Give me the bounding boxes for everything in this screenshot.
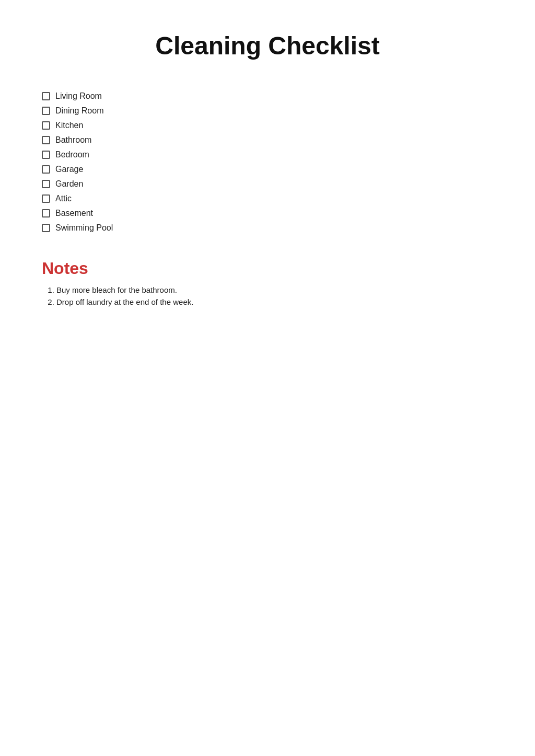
checklist-label-basement: Basement: [55, 209, 93, 218]
checkbox-basement[interactable]: [42, 209, 50, 217]
checklist-item-swimming-pool[interactable]: Swimming Pool: [42, 223, 493, 233]
checklist-item-garden[interactable]: Garden: [42, 179, 493, 189]
checklist-item-garage[interactable]: Garage: [42, 165, 493, 174]
notes-list: Buy more bleach for the bathroom.Drop of…: [42, 285, 493, 306]
checklist-label-swimming-pool: Swimming Pool: [55, 223, 113, 233]
notes-title: Notes: [42, 259, 493, 278]
checklist-label-garage: Garage: [55, 165, 83, 174]
checkbox-dining-room[interactable]: [42, 107, 50, 115]
page-title: Cleaning Checklist: [42, 31, 493, 60]
checklist-item-dining-room[interactable]: Dining Room: [42, 106, 493, 116]
note-item-1: Buy more bleach for the bathroom.: [56, 285, 493, 294]
checkbox-garden[interactable]: [42, 180, 50, 188]
checkbox-bathroom[interactable]: [42, 136, 50, 144]
checklist-label-dining-room: Dining Room: [55, 106, 103, 116]
checklist-item-kitchen[interactable]: Kitchen: [42, 121, 493, 130]
checkbox-bedroom[interactable]: [42, 151, 50, 159]
checkbox-living-room[interactable]: [42, 92, 50, 100]
checklist-item-living-room[interactable]: Living Room: [42, 91, 493, 101]
checkbox-attic[interactable]: [42, 194, 50, 203]
checklist-item-attic[interactable]: Attic: [42, 194, 493, 203]
checklist-label-garden: Garden: [55, 179, 83, 189]
checklist-label-living-room: Living Room: [55, 91, 102, 101]
checkbox-swimming-pool[interactable]: [42, 224, 50, 232]
checklist-label-bedroom: Bedroom: [55, 150, 89, 159]
checklist-item-bathroom[interactable]: Bathroom: [42, 135, 493, 145]
checklist-label-kitchen: Kitchen: [55, 121, 83, 130]
checklist-item-basement[interactable]: Basement: [42, 209, 493, 218]
checkbox-garage[interactable]: [42, 165, 50, 174]
checkbox-kitchen[interactable]: [42, 121, 50, 130]
note-item-2: Drop off laundry at the end of the week.: [56, 297, 493, 306]
checklist-label-attic: Attic: [55, 194, 72, 203]
checklist-item-bedroom[interactable]: Bedroom: [42, 150, 493, 159]
checklist-label-bathroom: Bathroom: [55, 135, 91, 145]
notes-section: Notes Buy more bleach for the bathroom.D…: [42, 259, 493, 306]
checklist-section: Living RoomDining RoomKitchenBathroomBed…: [42, 91, 493, 233]
